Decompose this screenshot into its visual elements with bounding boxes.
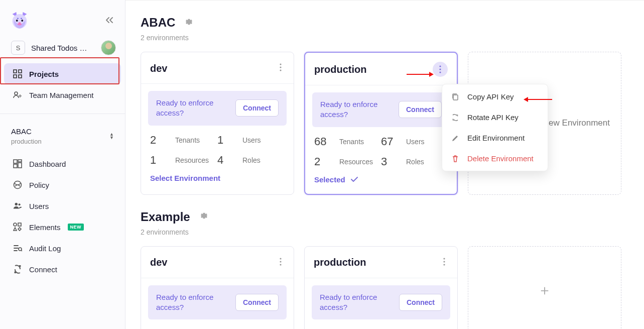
svg-point-11: [20, 95, 21, 97]
stat-roles: 3: [381, 155, 397, 168]
stat-tenants: 68: [314, 135, 330, 148]
sidebar-item-label: Audit Log: [29, 244, 61, 253]
svg-point-24: [280, 69, 281, 71]
svg-point-30: [280, 264, 281, 265]
sidebar-item-team-management[interactable]: Team Management: [4, 84, 121, 105]
trash-icon: [451, 155, 460, 163]
svg-rect-5: [21, 18, 22, 19]
svg-point-19: [14, 223, 17, 226]
new-badge: NEW: [68, 224, 84, 231]
workspace-selector[interactable]: S Shared Todos …: [0, 36, 125, 59]
connect-button[interactable]: Connect: [235, 99, 279, 117]
svg-rect-20: [18, 223, 21, 226]
svg-point-23: [280, 66, 281, 68]
collapse-sidebar-button[interactable]: [103, 14, 116, 28]
menu-item-edit-environment[interactable]: Edit Environment: [442, 128, 548, 148]
main-content: ABAC 2 environments dev: [125, 0, 644, 329]
gear-icon[interactable]: [184, 17, 194, 29]
connect-button[interactable]: Connect: [399, 294, 442, 311]
select-environment-button[interactable]: Select Environment: [148, 174, 287, 185]
svg-point-21: [19, 248, 22, 251]
context-environment: production: [11, 138, 42, 145]
app-logo: [9, 10, 30, 31]
svg-point-25: [439, 65, 441, 67]
policy-icon: [13, 180, 22, 189]
connect-button[interactable]: Connect: [399, 101, 442, 118]
environment-name: production: [314, 257, 366, 268]
connect-button[interactable]: Connect: [235, 294, 279, 311]
menu-item-copy-api-key[interactable]: Copy API Key: [442, 86, 548, 107]
sidebar-item-elements[interactable]: Elements NEW: [4, 216, 121, 238]
environment-name: production: [314, 64, 366, 75]
context-arrows-icon: ▲▼: [109, 133, 114, 140]
stat-label: Tenants: [175, 136, 200, 144]
svg-point-1: [16, 20, 18, 22]
svg-point-33: [443, 264, 445, 265]
sidebar-item-audit-log[interactable]: Audit Log: [4, 238, 121, 259]
check-icon: [350, 175, 358, 184]
stat-label: Users: [242, 136, 261, 144]
team-icon: [13, 90, 22, 99]
project-abac: ABAC 2 environments dev: [141, 16, 634, 195]
context-project: ABAC: [11, 127, 42, 136]
environment-card-dev: dev Ready to enforce access? Connect 2Te…: [141, 52, 294, 195]
svg-rect-7: [19, 70, 22, 73]
environment-dropdown-menu: Copy API Key Rotate API Key Edit Environ…: [442, 84, 548, 171]
svg-point-27: [439, 71, 441, 73]
context-selector[interactable]: ABAC production ▲▼: [0, 118, 125, 149]
svg-rect-14: [14, 164, 17, 168]
elements-icon: [13, 223, 22, 232]
svg-point-17: [15, 203, 18, 205]
enforce-box: Ready to enforce access? Connect: [148, 91, 287, 126]
svg-rect-4: [17, 18, 19, 19]
svg-rect-9: [19, 75, 22, 78]
stat-users: 1: [217, 134, 233, 147]
menu-item-delete-environment[interactable]: Delete Environment: [442, 148, 548, 169]
svg-point-31: [443, 258, 445, 259]
copy-icon: [451, 93, 460, 101]
stat-label: Users: [406, 138, 425, 146]
new-environment-button[interactable]: ＋: [468, 246, 621, 330]
sidebar-item-users[interactable]: Users: [4, 195, 121, 216]
enforce-text: Ready to enforce access?: [320, 99, 385, 120]
environment-card-dev: dev Ready to enforce access? Connect: [141, 246, 294, 330]
plus-icon: ＋: [538, 281, 552, 300]
selected-environment-indicator: Selected: [312, 175, 450, 187]
avatar[interactable]: [101, 40, 116, 55]
stat-roles: 4: [217, 154, 233, 167]
gear-icon[interactable]: [199, 211, 209, 223]
enforce-text: Ready to enforce access?: [156, 292, 221, 313]
sidebar: S Shared Todos … Projects Team Managemen…: [0, 0, 125, 329]
grid-icon: [13, 69, 22, 78]
sidebar-item-policy[interactable]: Policy: [4, 174, 121, 195]
menu-item-label: Edit Environment: [467, 134, 525, 142]
environment-menu-button[interactable]: [440, 256, 448, 270]
sidebar-item-label: Elements: [29, 223, 61, 232]
svg-point-26: [439, 68, 441, 70]
svg-rect-34: [453, 95, 458, 100]
svg-point-32: [443, 261, 445, 262]
stat-tenants: 2: [150, 134, 166, 147]
rotate-icon: [451, 114, 460, 122]
sidebar-item-label: Connect: [29, 265, 57, 274]
workspace-name: Shared Todos …: [31, 44, 95, 52]
sidebar-item-connect[interactable]: Connect: [4, 259, 121, 280]
stat-label: Roles: [242, 156, 261, 164]
svg-rect-12: [14, 160, 17, 163]
svg-point-10: [15, 92, 18, 95]
svg-point-22: [280, 63, 281, 65]
environment-menu-button[interactable]: [433, 62, 448, 77]
sidebar-item-projects[interactable]: Projects: [4, 63, 121, 84]
sidebar-item-dashboard[interactable]: Dashboard: [4, 153, 121, 174]
audit-log-icon: [13, 244, 22, 253]
environment-menu-button[interactable]: [277, 256, 285, 270]
environment-card-production: production Ready to enforce access? Conn…: [304, 52, 458, 195]
sidebar-item-label: Users: [29, 202, 49, 210]
environment-menu-button[interactable]: [277, 61, 285, 75]
environment-name: dev: [150, 63, 167, 74]
menu-item-label: Copy API Key: [467, 92, 514, 101]
environment-name: dev: [150, 257, 167, 268]
project-title: Example: [141, 210, 190, 224]
environment-card-production: production Ready to enforce access? Conn…: [304, 246, 458, 330]
menu-item-rotate-api-key[interactable]: Rotate API Key: [442, 107, 548, 128]
